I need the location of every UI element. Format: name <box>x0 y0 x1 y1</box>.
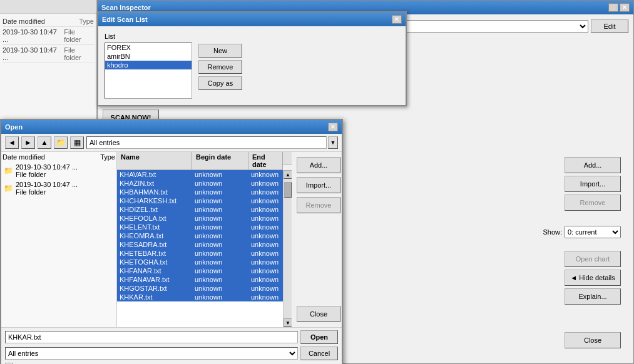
file-row[interactable]: KHEOMRA.txt unknown unknown <box>117 231 283 240</box>
file-row[interactable]: KHDIZEL.txt unknown unknown <box>117 205 283 214</box>
file-row[interactable]: KHBAHMAN.txt unknown unknown <box>117 188 283 196</box>
address-bar[interactable] <box>86 136 327 149</box>
copy-as-button[interactable]: Copy as <box>198 76 242 90</box>
folder-icon-2: 📁 <box>4 184 13 193</box>
cancel-button[interactable]: Cancel <box>300 346 338 360</box>
maximize-button[interactable]: □ <box>608 3 618 12</box>
file-row[interactable]: KHGOSTAR.txt unknown unknown <box>117 284 283 293</box>
file-row[interactable]: KHEFOOLA.txt unknown unknown <box>117 214 283 223</box>
date-modified-col: Date modified <box>3 153 45 161</box>
begin-date-column-header[interactable]: Begin date <box>192 152 248 169</box>
list-section: FOREX amirBN khodro New Remove Copy as <box>105 43 399 99</box>
file-row-begin: unknown <box>192 179 248 188</box>
list-item-khodro[interactable]: khodro <box>105 61 192 69</box>
add-button[interactable]: Add... <box>565 157 621 173</box>
open-chart-button[interactable]: Open chart <box>565 251 621 267</box>
file-type-select[interactable]: All entries <box>5 347 298 360</box>
edit-button[interactable]: Edit <box>591 19 628 33</box>
file-row-name: KHDIZEL.txt <box>117 205 192 214</box>
file-dialog-close-button[interactable]: ✕ <box>328 123 338 131</box>
file-row-begin: unknown <box>192 196 248 205</box>
import-button[interactable]: Import... <box>565 176 621 192</box>
file-row[interactable]: KHFANAR.txt unknown unknown <box>117 266 283 275</box>
edit-dialog-body: List FOREX amirBN khodro New Remove Copy… <box>98 26 406 105</box>
file-row[interactable]: KHCHARKESH.txt unknown unknown <box>117 196 283 205</box>
scroll-down-button[interactable]: ▼ <box>284 318 292 327</box>
file-row[interactable]: KHETEBAR.txt unknown unknown <box>117 249 283 258</box>
file-entry-1[interactable]: 📁 2019-10-30 10:47 ... File folder <box>1 162 116 179</box>
lp-header-row: Date modified Type <box>3 16 94 27</box>
scroll-thumb[interactable] <box>284 182 292 198</box>
file-row-end: unknown <box>248 275 283 284</box>
import-action-button[interactable]: Import... <box>297 177 340 193</box>
view-button[interactable]: ▦ <box>70 136 84 149</box>
file-row[interactable]: KHAVAR.txt unknown unknown <box>117 170 283 179</box>
file-row[interactable]: KHELENT.txt unknown unknown <box>117 223 283 231</box>
edit-dialog-close-button[interactable]: ✕ <box>392 15 402 24</box>
file-row-end: unknown <box>248 231 283 240</box>
file-row-begin: unknown <box>192 249 248 258</box>
new-folder-button[interactable]: 📁 <box>54 136 68 149</box>
close-button-main[interactable]: ✕ <box>620 3 630 12</box>
file-right-buttons: Add... Import... Remove Close <box>292 152 342 327</box>
file-row-name: KHEFOOLA.txt <box>117 214 192 223</box>
close-si-button[interactable]: Close <box>565 332 621 348</box>
list-item-amirbn[interactable]: amirBN <box>105 52 192 61</box>
show-select[interactable]: 0: current <box>565 226 621 238</box>
file-entry-2[interactable]: 📁 2019-10-30 10:47 ... File folder <box>1 179 116 197</box>
file-row-end: unknown <box>248 266 283 275</box>
remove-list-button[interactable]: Remove <box>198 60 242 74</box>
file-entry-type-2: File folder <box>16 188 78 196</box>
filename-input[interactable] <box>5 331 298 343</box>
lp-type-2: File folder <box>64 46 94 61</box>
file-row-begin: unknown <box>192 205 248 214</box>
file-dialog-titlebar: Open ✕ <box>1 120 342 134</box>
list-box[interactable]: FOREX amirBN khodro <box>105 43 192 99</box>
add-action-button[interactable]: Add... <box>297 157 340 173</box>
left-panel-content: Date modified Type 2019-10-30 10:47 ... … <box>0 14 96 66</box>
file-dialog-title: Open <box>5 123 23 131</box>
file-row-end: unknown <box>248 240 283 249</box>
lp-row-2[interactable]: 2019-10-30 10:47 ... File folder <box>3 45 94 63</box>
view-icon: ▦ <box>74 138 81 147</box>
scroll-up-button[interactable]: ▲ <box>284 170 292 179</box>
file-row-name: KHELENT.txt <box>117 223 192 231</box>
vertical-scrollbar[interactable]: ▲ ▼ <box>283 170 292 327</box>
file-row-begin: unknown <box>192 188 248 196</box>
folder-icon-1: 📁 <box>4 166 13 175</box>
file-row-end: unknown <box>248 205 283 214</box>
file-row-end: unknown <box>248 188 283 196</box>
close-action-button[interactable]: Close <box>297 306 340 322</box>
edit-dialog-title: Edit Scan List <box>102 16 148 23</box>
file-row-name: KHAVAR.txt <box>117 170 192 179</box>
file-toolbar: ◄ ► ▲ 📁 ▦ ▼ <box>1 134 342 152</box>
address-dropdown-button[interactable]: ▼ <box>328 136 338 149</box>
remove-action-button[interactable]: Remove <box>297 197 340 213</box>
new-list-button[interactable]: New <box>198 44 242 58</box>
explain-button[interactable]: Explain... <box>565 288 621 305</box>
back-button[interactable]: ◄ <box>5 136 19 149</box>
file-entry-type-1: File folder <box>16 171 78 178</box>
file-row[interactable]: KHKAR.txt unknown unknown <box>117 293 283 301</box>
up-button[interactable]: ▲ <box>38 136 51 149</box>
open-button[interactable]: Open <box>300 330 338 344</box>
name-column-header[interactable]: Name <box>117 152 192 169</box>
file-row-end: unknown <box>248 223 283 231</box>
file-row[interactable]: KHESADRA.txt unknown unknown <box>117 240 283 249</box>
file-row-end: unknown <box>248 170 283 179</box>
file-row[interactable]: KHFANAVAR.txt unknown unknown <box>117 275 283 284</box>
lp-row-1[interactable]: 2019-10-30 10:47 ... File folder <box>3 27 94 45</box>
lp-type-1: File folder <box>64 28 94 43</box>
hide-details-button[interactable]: ◄ Hide details <box>565 270 621 286</box>
file-entry-date-2: 2019-10-30 10:47 ... <box>16 181 78 188</box>
file-row-end: unknown <box>248 179 283 188</box>
forward-button[interactable]: ► <box>21 136 35 149</box>
file-row[interactable]: KHAZIN.txt unknown unknown <box>117 179 283 188</box>
file-row-begin: unknown <box>192 275 248 284</box>
remove-si-button[interactable]: Remove <box>565 195 621 211</box>
end-date-column-header[interactable]: End date <box>248 152 283 169</box>
list-item-forex[interactable]: FOREX <box>105 43 192 52</box>
show-label: Show: <box>543 228 562 236</box>
file-list-body[interactable]: KHAVAR.txt unknown unknown KHAZIN.txt un… <box>117 170 283 327</box>
file-row[interactable]: KHETOGHA.txt unknown unknown <box>117 258 283 266</box>
